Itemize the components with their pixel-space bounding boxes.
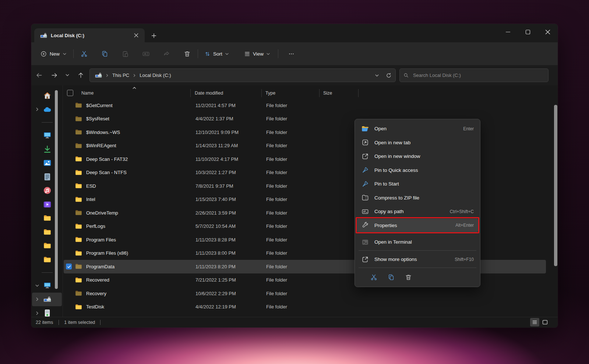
menu-item-open[interactable]: OpenEnter	[357, 122, 478, 136]
items-count: 22 items	[36, 320, 53, 325]
maximize-icon	[525, 29, 530, 35]
breadcrumb-local-disk[interactable]: Local Disk (C:)	[140, 73, 171, 78]
wrench-icon	[361, 222, 369, 229]
file-date-modified: 4/4/2022 1:37 PM	[191, 116, 262, 121]
file-list-scrollbar[interactable]	[554, 105, 557, 266]
file-type: File folder	[262, 183, 320, 189]
row-checkbox-checked[interactable]	[66, 264, 72, 269]
file-type: File folder	[262, 223, 320, 229]
file-type: File folder	[262, 103, 320, 108]
select-all-checkbox[interactable]	[67, 90, 73, 96]
file-row-Recovery[interactable]: Recovery10/6/2022 2:29 PMFile folder	[64, 287, 546, 300]
chevron-right-icon[interactable]	[35, 311, 39, 315]
paste-button[interactable]	[117, 47, 133, 60]
file-type: File folder	[262, 156, 320, 162]
folder-icon	[75, 250, 82, 256]
file-name: Recovery	[86, 291, 106, 296]
sidebar-item-desktop[interactable]	[32, 128, 62, 142]
tab-local-disk[interactable]: Local Disk (C:)	[34, 28, 145, 42]
file-type: File folder	[262, 197, 320, 202]
file-name: Program Files (x86)	[86, 250, 128, 256]
menu-item-pin-to-quick-access[interactable]: Pin to Quick access	[357, 163, 478, 177]
file-date-modified: 1/11/2023 8:00 PM	[191, 250, 262, 256]
sidebar-item-home[interactable]	[32, 89, 62, 103]
file-name: $GetCurrent	[86, 103, 113, 108]
sidebar-item-onedrive[interactable]	[32, 103, 62, 117]
copy-button[interactable]	[96, 47, 113, 60]
up-button[interactable]	[74, 68, 87, 82]
downloads-icon	[43, 145, 51, 153]
sidebar-item-videos[interactable]	[32, 198, 62, 212]
menu-item-pin-to-start[interactable]: Pin to Start	[357, 177, 478, 191]
local-disk-icon	[43, 296, 51, 303]
address-bar[interactable]: This PC Local Disk (C:)	[89, 68, 396, 82]
folder-icon	[75, 304, 82, 310]
folder-icon	[43, 214, 51, 222]
pin-icon	[361, 180, 369, 188]
menu-item-label: Pin to Start	[374, 181, 474, 187]
file-row-$GetCurrent[interactable]: $GetCurrent11/2/2021 4:57 PMFile folder	[64, 99, 546, 112]
details-view-button[interactable]	[530, 318, 539, 326]
chevron-right-icon[interactable]	[35, 297, 39, 301]
rename-button[interactable]	[138, 47, 154, 60]
delete-button[interactable]	[179, 47, 195, 60]
sidebar-item-music[interactable]	[32, 184, 62, 198]
menu-item-open-in-new-tab[interactable]: Open in new tab	[357, 136, 478, 150]
sidebar-item-folder-1[interactable]	[32, 211, 62, 225]
chevron-right-icon[interactable]	[35, 107, 39, 112]
file-list-area: Name Date modified Type Size $GetCurrent…	[63, 85, 558, 317]
view-button[interactable]: View	[241, 47, 273, 60]
search-box[interactable]	[399, 68, 549, 82]
file-row-TestDisk[interactable]: TestDisk4/4/2022 12:19 PMFile folder	[64, 300, 546, 314]
sidebar-item-folder-2[interactable]	[32, 225, 62, 239]
menu-item-open-in-terminal[interactable]: Open in Terminal	[357, 235, 478, 249]
column-header-date-modified[interactable]: Date modified	[191, 89, 262, 97]
toolbar-separator	[278, 49, 278, 58]
thumbnails-view-button[interactable]	[540, 318, 550, 326]
sort-ascending-icon	[132, 86, 137, 90]
column-header-size[interactable]: Size	[320, 89, 359, 97]
menu-item-label: Compress to ZIP file	[374, 195, 474, 201]
sidebar-item-folder-4[interactable]	[32, 253, 62, 267]
menu-delete-button[interactable]	[401, 271, 416, 283]
share-button[interactable]	[158, 47, 174, 60]
cut-button[interactable]	[76, 47, 92, 60]
breadcrumb-this-pc[interactable]: This PC	[112, 73, 129, 78]
tab-close-icon[interactable]	[131, 31, 141, 40]
menu-item-compress-to-zip-file[interactable]: Compress to ZIP file	[357, 191, 478, 205]
recent-locations-button[interactable]	[62, 68, 73, 82]
sort-button[interactable]: Sort	[201, 47, 232, 60]
menu-copy-button[interactable]	[383, 271, 399, 283]
sidebar-item-folder-3[interactable]	[32, 239, 62, 253]
close-button[interactable]	[538, 24, 558, 40]
folder-icon	[75, 129, 82, 135]
minimize-button[interactable]	[498, 24, 518, 40]
new-tab-button[interactable]	[148, 31, 159, 41]
menu-item-properties[interactable]: PropertiesAlt+Enter	[357, 219, 478, 233]
back-button[interactable]	[32, 68, 46, 82]
file-date-modified: 11/2/2021 4:57 PM	[191, 103, 262, 108]
menu-item-show-more-options[interactable]: Show more optionsShift+F10	[357, 252, 478, 266]
sidebar-item-local-disk-c[interactable]	[32, 293, 62, 307]
forward-button[interactable]	[47, 68, 61, 82]
menu-item-copy-as-path[interactable]: Copy as pathCtrl+Shift+C	[357, 205, 478, 219]
sidebar-item-downloads[interactable]	[32, 142, 62, 156]
terminal-icon	[361, 238, 369, 246]
toolbar-separator	[73, 49, 74, 58]
refresh-icon[interactable]	[386, 73, 392, 78]
menu-cut-button[interactable]	[366, 271, 381, 283]
column-header-name[interactable]: Name	[74, 89, 191, 97]
sidebar-item-this-pc[interactable]	[32, 279, 62, 293]
new-button[interactable]: New	[37, 47, 70, 60]
more-options-button[interactable]	[283, 47, 299, 60]
chevron-down-icon[interactable]	[35, 283, 39, 288]
maximize-button[interactable]	[518, 24, 538, 40]
menu-item-open-in-new-window[interactable]: Open in new window	[357, 149, 478, 163]
sidebar-item-pictures[interactable]	[32, 156, 62, 170]
file-type: File folder	[262, 210, 320, 216]
column-header-type[interactable]: Type	[262, 89, 320, 97]
search-input[interactable]	[412, 72, 544, 78]
sidebar-item-documents[interactable]	[32, 170, 62, 184]
address-dropdown-icon[interactable]	[375, 73, 379, 78]
thumbnails-view-icon	[542, 319, 548, 325]
